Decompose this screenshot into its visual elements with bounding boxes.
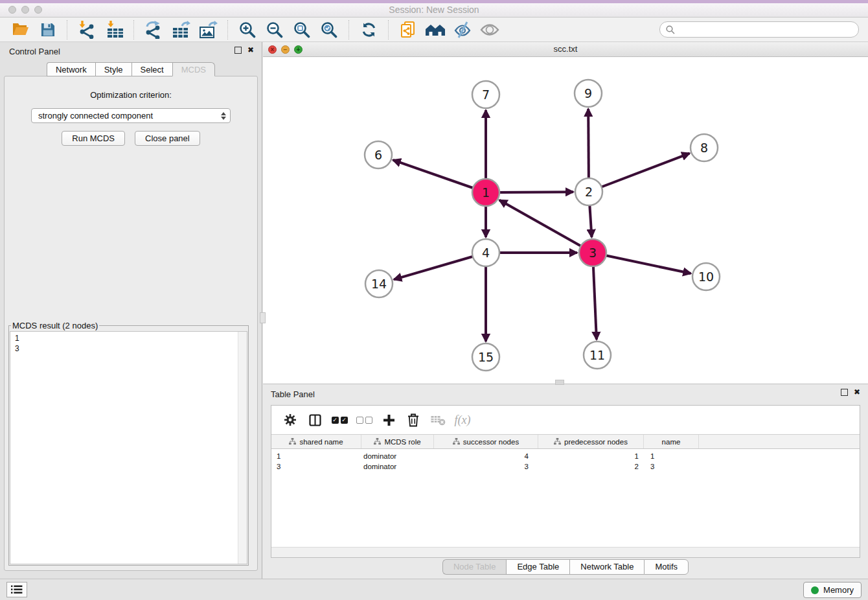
table-row[interactable]: 3 dominator 3 2 3 [271, 461, 860, 472]
eye-slash-icon [453, 21, 472, 38]
mcds-result-list[interactable]: 1 3 [10, 331, 247, 564]
trash-icon [407, 413, 419, 427]
cell-predecessor-nodes[interactable]: 1 [538, 451, 644, 461]
maximize-network-button[interactable]: + [294, 45, 303, 54]
clone-network-button[interactable] [397, 19, 419, 40]
close-panel-icon[interactable]: ✖ [247, 46, 254, 54]
import-table-button[interactable] [103, 19, 125, 40]
add-column-button[interactable] [380, 410, 397, 430]
table-panel-header: Table Panel ✖ [263, 384, 868, 404]
window-splitter-grip[interactable] [555, 380, 564, 385]
export-network-button[interactable] [143, 19, 165, 40]
open-file-button[interactable] [9, 19, 31, 40]
function-builder-button[interactable]: f(x) [454, 410, 471, 430]
import-network-button[interactable] [76, 19, 98, 40]
result-item[interactable]: 1 [15, 333, 235, 343]
result-item[interactable]: 3 [15, 343, 235, 354]
close-table-panel-icon[interactable]: ✖ [854, 388, 860, 396]
float-table-panel-button[interactable] [841, 389, 848, 396]
float-panel-button[interactable] [234, 47, 242, 54]
window-controls[interactable] [8, 6, 42, 14]
save-session-button[interactable] [36, 19, 58, 40]
column-type-icon [289, 438, 296, 445]
table-horizontal-scrollbar[interactable] [271, 547, 860, 557]
column-header-shared-name[interactable]: shared name [271, 435, 361, 448]
show-all-button[interactable] [479, 19, 501, 40]
tab-node-table[interactable]: Node Table [442, 559, 507, 575]
tab-edge-table[interactable]: Edge Table [506, 559, 569, 575]
tab-mcds[interactable]: MCDS [172, 62, 215, 76]
column-layout-button[interactable] [306, 410, 323, 430]
status-bar: Memory [0, 579, 868, 600]
table-panel-tabs: Node Table Edge Table Network Table Moti… [263, 559, 868, 575]
search-field[interactable] [659, 21, 859, 38]
close-window-button[interactable] [8, 6, 16, 14]
cell-predecessor-nodes[interactable]: 2 [538, 461, 644, 472]
zoom-out-icon [266, 21, 283, 38]
table-settings-button[interactable] [282, 410, 299, 430]
minimize-window-button[interactable] [21, 6, 29, 14]
table-row[interactable]: 1 dominator 4 1 1 [271, 451, 860, 461]
close-network-button[interactable]: × [268, 45, 277, 54]
zoom-in-button[interactable] [236, 19, 258, 40]
tab-style[interactable]: Style [95, 62, 131, 76]
run-mcds-button[interactable]: Run MCDS [62, 131, 125, 146]
export-image-button[interactable] [197, 19, 219, 40]
delete-table-icon [431, 415, 446, 426]
control-panel-title: Control Panel [9, 47, 60, 56]
cell-shared-name[interactable]: 3 [271, 461, 361, 472]
deselect-all-columns-button[interactable] [356, 410, 372, 430]
cell-name[interactable]: 1 [644, 451, 699, 461]
network-window-titlebar[interactable]: × − + scc.txt [263, 42, 868, 57]
tab-motifs[interactable]: Motifs [644, 559, 689, 575]
cell-name[interactable]: 3 [644, 461, 699, 472]
fx-icon: f(x) [455, 413, 471, 427]
memory-status-icon [811, 586, 819, 594]
cell-mcds-role[interactable]: dominator [361, 461, 434, 472]
graph-edge-3-1[interactable] [499, 200, 593, 253]
open-folder-icon [12, 22, 29, 37]
result-scrollbar[interactable] [238, 332, 247, 564]
select-all-columns-button[interactable]: ✓✓ [331, 410, 348, 430]
zoom-selected-button[interactable] [318, 19, 340, 40]
column-header-name[interactable]: name [644, 435, 699, 448]
search-icon [666, 25, 675, 34]
apply-layout-button[interactable] [358, 19, 380, 40]
maximize-window-button[interactable] [34, 6, 42, 14]
criterion-dropdown[interactable]: strongly connected component [31, 108, 231, 123]
graph-edge-3-10[interactable] [593, 253, 691, 273]
graph-edge-2-8[interactable] [589, 154, 690, 192]
network-canvas[interactable]: 7968124314101511 [263, 57, 868, 384]
delete-table-button[interactable] [429, 410, 446, 430]
cell-successor-nodes[interactable]: 4 [434, 451, 538, 461]
graph-node-label-3: 3 [589, 246, 597, 260]
search-input[interactable] [679, 24, 852, 35]
minimize-network-button[interactable]: − [281, 45, 290, 54]
graph-edge-1-6[interactable] [393, 160, 486, 192]
column-header-successor-nodes[interactable]: successor nodes [434, 435, 538, 448]
export-table-icon [171, 21, 190, 39]
hide-selected-button[interactable] [451, 19, 474, 40]
export-table-button[interactable] [170, 19, 192, 40]
delete-column-button[interactable] [405, 410, 422, 430]
tab-select[interactable]: Select [131, 62, 172, 76]
column-header-mcds-role[interactable]: MCDS role [361, 435, 434, 448]
memory-button[interactable]: Memory [803, 582, 862, 598]
graph-node-label-11: 11 [589, 348, 605, 362]
cell-mcds-role[interactable]: dominator [361, 451, 434, 461]
task-history-button[interactable] [6, 582, 27, 597]
first-neighbors-button[interactable] [424, 19, 446, 40]
tab-network[interactable]: Network [47, 62, 95, 76]
zoom-fit-button[interactable] [291, 19, 313, 40]
panel-splitter-grip[interactable] [260, 312, 266, 323]
dropdown-stepper-icon [221, 112, 226, 120]
zoom-out-button[interactable] [264, 19, 286, 40]
cell-successor-nodes[interactable]: 3 [434, 461, 538, 472]
criterion-value: strongly connected component [38, 111, 153, 121]
column-label: shared name [299, 438, 343, 446]
cell-shared-name[interactable]: 1 [271, 451, 361, 461]
tab-network-table[interactable]: Network Table [569, 559, 644, 575]
control-panel-header: Control Panel ✖ [0, 42, 262, 62]
column-header-predecessor-nodes[interactable]: predecessor nodes [538, 435, 644, 448]
close-panel-button[interactable]: Close panel [135, 131, 200, 146]
